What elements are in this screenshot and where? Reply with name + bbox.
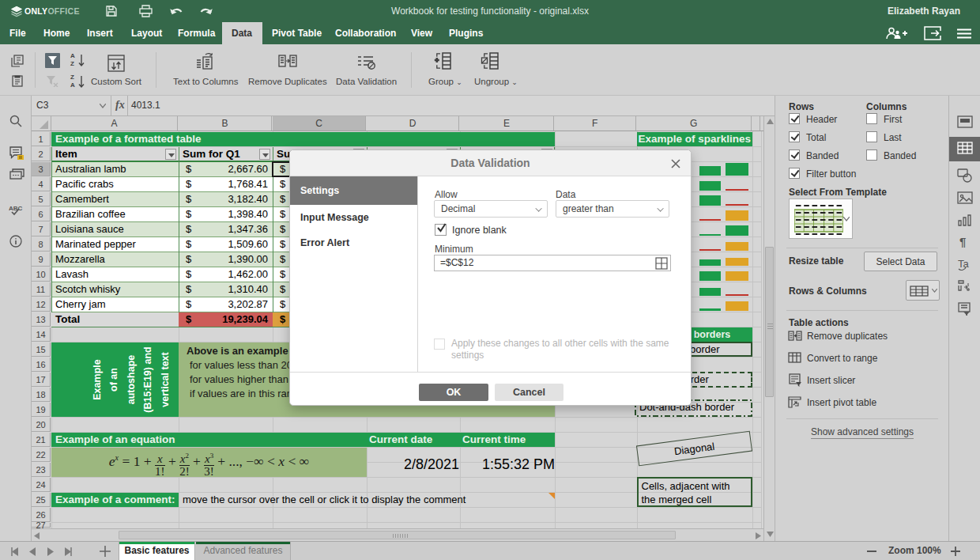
svg-text:Ta: Ta — [958, 258, 970, 270]
svg-text:ABC: ABC — [9, 205, 23, 212]
svg-text:¶: ¶ — [959, 235, 966, 248]
